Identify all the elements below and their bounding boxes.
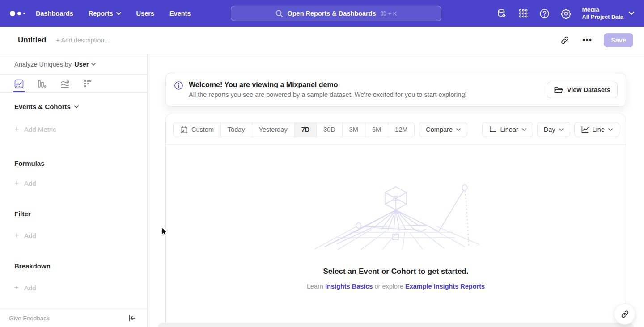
add-formula-button[interactable]: + Add: [14, 179, 147, 188]
line-type-icon: [581, 126, 589, 133]
collapse-sidebar-icon[interactable]: [128, 315, 136, 321]
logo-dot: [23, 13, 25, 14]
bar-chart-icon: [37, 79, 47, 88]
chevron-down-icon: [456, 128, 461, 131]
apps-grid-icon[interactable]: [518, 8, 529, 19]
empty-state-title: Select an Event or Cohort to get started…: [323, 267, 469, 276]
welcome-banner: Welcome! You are viewing a Mixpanel demo…: [165, 73, 626, 107]
nav-label: Events: [169, 10, 191, 17]
tab-line-chart[interactable]: [13, 75, 25, 92]
date-range-7d[interactable]: 7D: [295, 122, 317, 137]
nav-label: Reports: [89, 10, 113, 17]
logo-dot: [17, 12, 21, 15]
analyze-by-dropdown[interactable]: User: [74, 61, 96, 68]
tab-bar-chart[interactable]: [36, 75, 47, 92]
visualization-tabs: [0, 75, 147, 93]
nav-item-events[interactable]: Events: [169, 10, 191, 17]
nav-label: Users: [136, 10, 154, 17]
interval-dropdown[interactable]: Day: [537, 122, 570, 137]
nav-item-dashboards[interactable]: Dashboards: [36, 10, 73, 17]
search-icon: [275, 9, 283, 17]
nav-label: Dashboards: [36, 10, 73, 17]
date-range-custom[interactable]: Custom: [174, 122, 221, 137]
chevron-down-icon: [559, 128, 564, 131]
example-reports-link[interactable]: Example Insights Reports: [405, 283, 485, 290]
chevron-down-icon: [116, 12, 121, 15]
compare-dropdown[interactable]: Compare: [419, 122, 467, 137]
date-range-6m[interactable]: 6M: [365, 122, 388, 137]
nav-item-users[interactable]: Users: [136, 10, 154, 17]
filter-section-title: Filter: [14, 210, 147, 218]
date-range-control: Custom Today Yesterday 7D 30D 3M 6M 12M: [173, 122, 415, 137]
report-title[interactable]: Untitled: [18, 36, 46, 45]
global-search-button[interactable]: Open Reports & Dashboards ⌘ + K: [231, 6, 441, 21]
empty-state-links: Learn Insights Basics or explore Example…: [307, 283, 485, 290]
chart-type-dropdown[interactable]: Line: [574, 122, 619, 137]
empty-state-illustration: [311, 183, 481, 250]
retention-grid-icon: [83, 79, 92, 88]
data-management-icon[interactable]: [496, 8, 507, 19]
folder-icon: [554, 86, 563, 94]
nav-item-reports[interactable]: Reports: [89, 10, 121, 17]
search-shortcut: ⌘ + K: [380, 10, 397, 17]
insights-chart-card: Custom Today Yesterday 7D 30D 3M 6M 12M …: [165, 114, 626, 327]
add-metric-button[interactable]: + Add Metric: [14, 125, 147, 134]
chevron-down-icon: [91, 63, 96, 66]
main-content: Welcome! You are viewing a Mixpanel demo…: [148, 54, 644, 327]
date-range-yesterday[interactable]: Yesterday: [252, 122, 295, 137]
formulas-section-title: Formulas: [14, 159, 147, 167]
help-icon[interactable]: [539, 8, 550, 19]
top-nav: Dashboards Reports Users Events Open Rep…: [0, 0, 644, 27]
report-header: Untitled + Add description... ••• Save: [0, 27, 644, 54]
nav-right: Media All Project Data: [496, 0, 634, 27]
more-options-icon[interactable]: •••: [581, 34, 593, 46]
search-placeholder: Open Reports & Dashboards: [287, 10, 376, 17]
chevron-down-icon: [74, 105, 79, 108]
date-range-12m[interactable]: 12M: [388, 122, 414, 137]
calendar-icon: [180, 126, 188, 134]
project-name: Media: [582, 6, 623, 14]
scale-dropdown[interactable]: Linear: [482, 122, 533, 137]
copy-link-icon[interactable]: [559, 34, 571, 46]
date-range-today[interactable]: Today: [221, 122, 252, 137]
tab-flows[interactable]: [59, 75, 71, 92]
share-link-button[interactable]: [614, 303, 636, 325]
line-chart-icon: [14, 79, 24, 88]
mixpanel-logo[interactable]: [10, 11, 28, 16]
chevron-down-icon: [629, 12, 634, 15]
next-section-peek: [158, 323, 634, 327]
plus-icon: +: [14, 283, 19, 292]
logo-dot: [10, 11, 15, 16]
view-datasets-button[interactable]: View Datasets: [547, 82, 618, 98]
query-builder-sidebar: Analyze Uniques by User: [0, 54, 148, 327]
breakdown-section-title: Breakdown: [14, 262, 147, 270]
info-icon: [174, 81, 183, 90]
empty-state: Select an Event or Cohort to get started…: [166, 167, 626, 290]
chevron-down-icon: [608, 128, 613, 131]
add-breakdown-button[interactable]: + Add: [14, 283, 147, 292]
banner-subtitle: All the reports you see are powered by a…: [189, 90, 467, 100]
analyze-label: Analyze Uniques by: [14, 61, 72, 68]
save-button[interactable]: Save: [604, 33, 633, 47]
plus-icon: +: [14, 179, 19, 188]
tab-retention[interactable]: [82, 75, 93, 92]
insights-basics-link[interactable]: Insights Basics: [325, 283, 373, 290]
plus-icon: +: [14, 125, 19, 134]
linear-axes-icon: [489, 126, 496, 133]
give-feedback-link[interactable]: Give Feedback: [9, 315, 50, 322]
project-scope: All Project Data: [582, 14, 623, 21]
chevron-down-icon: [522, 128, 526, 131]
link-icon: [621, 310, 629, 319]
plus-icon: +: [14, 231, 19, 240]
settings-gear-icon[interactable]: [561, 8, 572, 19]
date-range-30d[interactable]: 30D: [317, 122, 343, 137]
banner-title: Welcome! You are viewing a Mixpanel demo: [189, 80, 467, 90]
flows-icon: [60, 79, 70, 88]
date-range-3m[interactable]: 3M: [343, 122, 365, 137]
events-cohorts-section[interactable]: Events & Cohorts: [14, 103, 147, 110]
report-description-placeholder[interactable]: + Add description...: [56, 37, 109, 44]
chart-controls: Custom Today Yesterday 7D 30D 3M 6M 12M …: [166, 114, 626, 144]
primary-nav: Dashboards Reports Users Events: [36, 10, 191, 17]
add-filter-button[interactable]: + Add: [14, 231, 147, 240]
project-switcher[interactable]: Media All Project Data: [582, 6, 634, 21]
